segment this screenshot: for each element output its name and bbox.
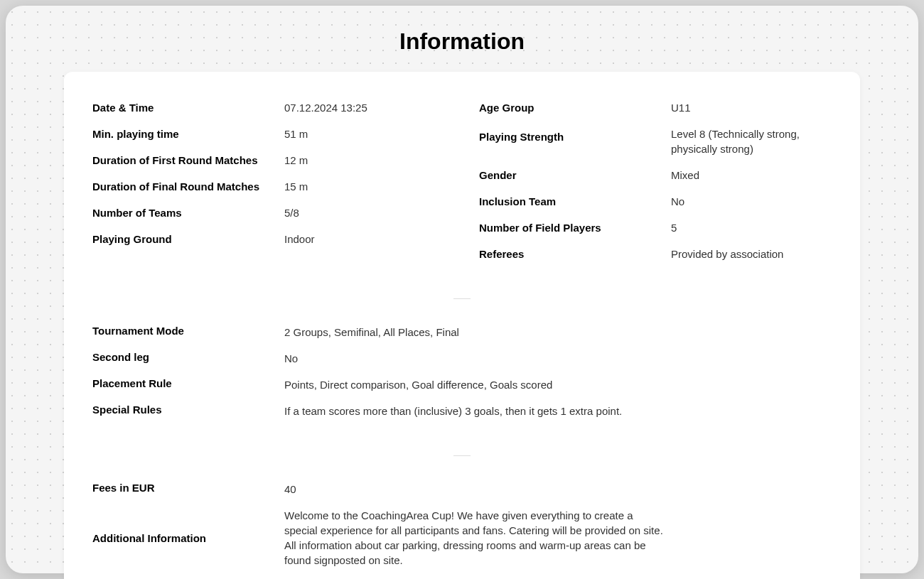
label-playing-ground: Playing Ground bbox=[92, 233, 284, 245]
divider bbox=[453, 455, 471, 456]
value-min-playing-time: 51 m bbox=[284, 126, 445, 141]
col-right: Age Group U11 Playing Strength Level 8 (… bbox=[479, 94, 832, 267]
row-inclusion-team: Inclusion Team No bbox=[479, 188, 832, 215]
label-playing-strength: Playing Strength bbox=[479, 126, 671, 143]
row-special-rules: Special Rules If a team scores more than… bbox=[92, 398, 832, 424]
value-num-teams: 5/8 bbox=[284, 205, 445, 220]
value-second-leg: No bbox=[284, 351, 739, 366]
label-first-round: Duration of First Round Matches bbox=[92, 154, 284, 166]
value-placement-rule: Points, Direct comparison, Goal differen… bbox=[284, 377, 739, 392]
section-tournament: Tournament Mode 2 Groups, Semifinal, All… bbox=[92, 319, 832, 444]
row-additional-info: Additional Information Welcome to the Co… bbox=[92, 502, 832, 573]
row-playing-ground: Playing Ground Indoor bbox=[92, 226, 445, 252]
value-additional-info: Welcome to the CoachingArea Cup! We have… bbox=[284, 508, 668, 568]
label-min-playing-time: Min. playing time bbox=[92, 128, 284, 140]
value-special-rules: If a team scores more than (inclusive) 3… bbox=[284, 404, 739, 418]
col-left: Date & Time 07.12.2024 13:25 Min. playin… bbox=[92, 94, 445, 267]
row-age-group: Age Group U11 bbox=[479, 94, 832, 121]
page-frame: Information Date & Time 07.12.2024 13:25… bbox=[6, 6, 918, 573]
content-card: Date & Time 07.12.2024 13:25 Min. playin… bbox=[64, 72, 860, 579]
section-basic-info: Date & Time 07.12.2024 13:25 Min. playin… bbox=[92, 94, 832, 287]
value-age-group: U11 bbox=[671, 100, 832, 115]
row-gender: Gender Mixed bbox=[479, 162, 832, 188]
label-additional-info: Additional Information bbox=[92, 532, 284, 544]
label-age-group: Age Group bbox=[479, 102, 671, 114]
value-playing-strength: Level 8 (Technically strong, physically … bbox=[671, 126, 832, 156]
label-fees: Fees in EUR bbox=[92, 482, 284, 494]
value-date-time: 07.12.2024 13:25 bbox=[284, 100, 445, 115]
value-first-round: 12 m bbox=[284, 153, 445, 168]
page-title: Information bbox=[34, 28, 890, 55]
row-date-time: Date & Time 07.12.2024 13:25 bbox=[92, 94, 445, 121]
label-gender: Gender bbox=[479, 169, 671, 181]
label-inclusion-team: Inclusion Team bbox=[479, 195, 671, 207]
section-fees: Fees in EUR 40 Additional Information We… bbox=[92, 476, 832, 573]
label-special-rules: Special Rules bbox=[92, 404, 284, 416]
row-playing-strength: Playing Strength Level 8 (Technically st… bbox=[479, 121, 832, 162]
row-tournament-mode: Tournament Mode 2 Groups, Semifinal, All… bbox=[92, 319, 832, 345]
label-tournament-mode: Tournament Mode bbox=[92, 325, 284, 337]
row-fees: Fees in EUR 40 bbox=[92, 476, 832, 502]
value-referees: Provided by association bbox=[671, 247, 832, 261]
row-first-round: Duration of First Round Matches 12 m bbox=[92, 147, 445, 173]
label-num-teams: Number of Teams bbox=[92, 207, 284, 219]
divider bbox=[453, 298, 471, 299]
value-fees: 40 bbox=[284, 482, 739, 497]
value-field-players: 5 bbox=[671, 220, 832, 235]
row-field-players: Number of Field Players 5 bbox=[479, 215, 832, 241]
row-referees: Referees Provided by association bbox=[479, 241, 832, 267]
value-inclusion-team: No bbox=[671, 194, 832, 209]
row-num-teams: Number of Teams 5/8 bbox=[92, 200, 445, 226]
row-placement-rule: Placement Rule Points, Direct comparison… bbox=[92, 372, 832, 398]
value-tournament-mode: 2 Groups, Semifinal, All Places, Final bbox=[284, 325, 739, 340]
label-referees: Referees bbox=[479, 248, 671, 260]
value-final-round: 15 m bbox=[284, 179, 445, 194]
label-second-leg: Second leg bbox=[92, 351, 284, 363]
value-gender: Mixed bbox=[671, 168, 832, 183]
row-min-playing-time: Min. playing time 51 m bbox=[92, 121, 445, 147]
value-playing-ground: Indoor bbox=[284, 232, 445, 247]
label-field-players: Number of Field Players bbox=[479, 222, 671, 234]
label-date-time: Date & Time bbox=[92, 102, 284, 114]
label-final-round: Duration of Final Round Matches bbox=[92, 180, 284, 193]
row-final-round: Duration of Final Round Matches 15 m bbox=[92, 173, 445, 200]
row-second-leg: Second leg No bbox=[92, 345, 832, 372]
label-placement-rule: Placement Rule bbox=[92, 377, 284, 389]
